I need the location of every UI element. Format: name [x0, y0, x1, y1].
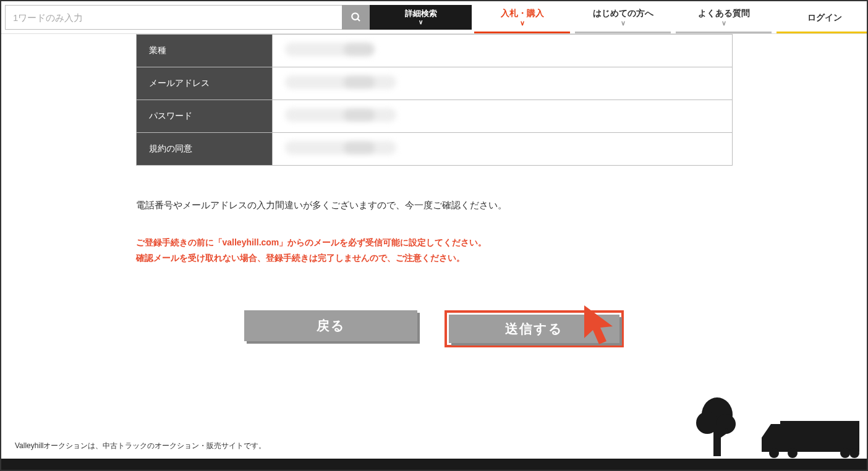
- redacted-value: [285, 43, 353, 56]
- form-value: [272, 133, 732, 166]
- nav-label: よくある質問: [698, 7, 750, 19]
- header: 詳細検索 ∨ 入札・購入 ∨ はじめての方へ ∨ よくある質問 ∨ ログイン: [1, 1, 867, 34]
- footer-silhouette: [687, 393, 867, 461]
- form-label: 業種: [136, 35, 272, 67]
- nav-item-login[interactable]: ログイン: [777, 1, 868, 33]
- nav-label: はじめての方へ: [593, 7, 653, 19]
- advanced-search-button[interactable]: 詳細検索 ∨: [370, 5, 472, 30]
- form-row-industry: 業種: [136, 35, 732, 67]
- chevron-down-icon: ∨: [520, 19, 525, 27]
- search-area: 詳細検索 ∨: [1, 1, 472, 33]
- nav: 入札・購入 ∨ はじめての方へ ∨ よくある質問 ∨ ログイン: [472, 1, 868, 33]
- svg-marker-9: [762, 424, 780, 452]
- redacted-value: [285, 75, 396, 89]
- form-table: 業種 メールアドレス パスワード 規約の同意: [136, 34, 733, 166]
- svg-point-10: [769, 448, 779, 458]
- warning-text: ご登録手続きの前に「valleyhill.com」からのメールを必ず受信可能に設…: [136, 235, 733, 266]
- submit-button[interactable]: 送信する: [449, 315, 619, 343]
- form-value: [272, 35, 732, 67]
- search-input[interactable]: [5, 5, 342, 30]
- nav-item-buy[interactable]: 入札・購入 ∨: [474, 1, 570, 33]
- svg-point-11: [788, 448, 798, 458]
- svg-point-12: [840, 448, 850, 458]
- nav-label: ログイン: [807, 12, 842, 23]
- nav-item-faq[interactable]: よくある質問 ∨: [676, 1, 772, 33]
- footer-bar: [1, 459, 867, 470]
- svg-rect-8: [780, 421, 859, 452]
- form-label: メールアドレス: [136, 67, 272, 100]
- svg-rect-6: [713, 425, 721, 456]
- warning-line: ご登録手続きの前に「valleyhill.com」からのメールを必ず受信可能に設…: [136, 235, 733, 250]
- content: 業種 メールアドレス パスワード 規約の同意 電話番号やメールアドレスの入力間違…: [136, 34, 733, 347]
- warning-line: 確認メールを受け取れない場合、登録手続きは完了しませんので、ご注意ください。: [136, 250, 733, 266]
- form-label: パスワード: [136, 100, 272, 133]
- redacted-value: [285, 108, 396, 122]
- form-value: [272, 67, 732, 100]
- back-button[interactable]: 戻る: [244, 310, 417, 341]
- form-row-terms: 規約の同意: [136, 133, 732, 166]
- svg-point-13: [849, 448, 859, 458]
- chevron-down-icon: ∨: [721, 19, 726, 27]
- button-row: 戻る 送信する: [136, 310, 733, 347]
- form-row-password: パスワード: [136, 100, 732, 133]
- svg-line-1: [357, 19, 360, 21]
- chevron-down-icon: ∨: [419, 19, 423, 25]
- footer-text: Valleyhillオークションは、中古トラックのオークション・販売サイトです。: [15, 441, 266, 451]
- chevron-down-icon: ∨: [621, 19, 626, 27]
- search-icon: [351, 12, 362, 23]
- advanced-search-label: 詳細検索: [405, 9, 437, 18]
- search-button[interactable]: [342, 5, 370, 30]
- submit-highlight: 送信する: [445, 310, 624, 347]
- svg-point-0: [352, 13, 359, 20]
- nav-label: 入札・購入: [501, 7, 544, 19]
- form-row-email: メールアドレス: [136, 67, 732, 100]
- notice-text: 電話番号やメールアドレスの入力間違いが多くございますので、今一度ご確認ください。: [136, 198, 733, 213]
- nav-item-firsttime[interactable]: はじめての方へ ∨: [575, 1, 671, 33]
- redacted-value: [285, 141, 396, 155]
- form-label: 規約の同意: [136, 133, 272, 166]
- form-value: [272, 100, 732, 133]
